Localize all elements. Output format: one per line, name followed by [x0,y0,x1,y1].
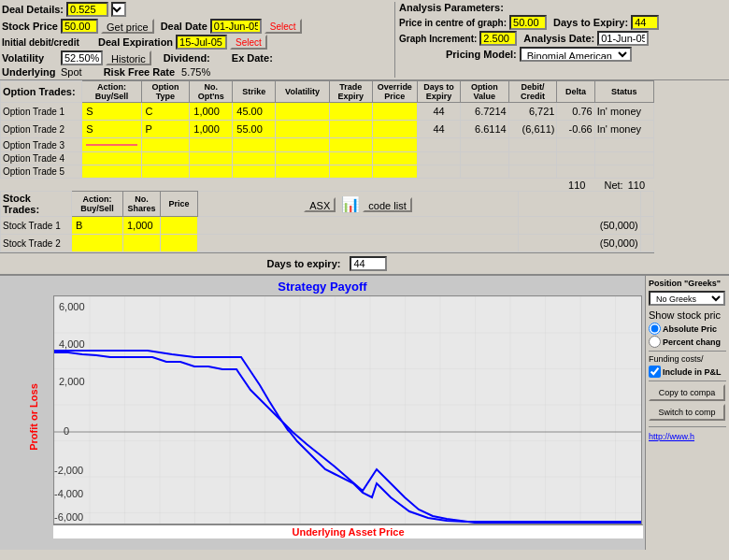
ot4-vol[interactable] [276,152,329,165]
get-price-button[interactable]: Get price [101,19,154,34]
svg-rect-0 [54,296,642,524]
st1-shares[interactable] [123,217,161,235]
ot1-action[interactable] [82,103,141,121]
select2-button[interactable]: Select [230,35,267,50]
ot5-vol[interactable] [276,165,329,179]
deal-value-input[interactable]: 0.525 [66,2,108,17]
ot1-strike[interactable] [233,103,276,121]
ot3-delta [557,138,594,152]
ot1-vol[interactable] [276,103,329,121]
volatility-input[interactable]: 52.50% [61,50,103,65]
st-dc-header [518,192,640,217]
st1-name: Stock Trade 1 [1,217,72,235]
ot5-type[interactable] [141,165,190,179]
ot1-name: Option Trade 1 [1,103,82,121]
st2-name: Stock Trade 2 [1,235,72,252]
col-trade-exp: Trade Expiry [329,81,372,103]
ot2-opts[interactable] [190,121,233,138]
ot3-val [461,138,509,152]
ot2-action[interactable] [82,121,141,138]
ot1-override[interactable] [372,103,417,121]
ot5-opts[interactable] [190,165,233,179]
ot2-override[interactable] [372,121,417,138]
chart-title: Strategy Payoff [2,278,643,295]
net-label: Net: [604,179,622,191]
st1-action[interactable] [72,217,123,235]
stock-trade-row-1: Stock Trade 1 (50,000) [1,217,654,235]
deal-expiration-input[interactable]: 15-Jul-05 [176,35,227,50]
ot5-delta [557,165,594,179]
analysis-date-input[interactable]: 01-Jun-05 [597,31,649,46]
ot4-delta [557,152,594,165]
graph-increment-input[interactable]: 2.500 [479,31,517,46]
price-centre-input[interactable]: 50.00 [509,15,547,30]
deal-date-input[interactable]: 01-Jun-05 [210,19,262,34]
ot4-exp[interactable] [329,152,372,165]
ot3-type[interactable] [141,138,190,152]
greeks-select[interactable]: No Greeks [649,291,725,306]
ot4-opts[interactable] [190,152,233,165]
svg-text:2,000: 2,000 [59,376,85,387]
switch-button[interactable]: Switch to comp [649,404,725,421]
ot4-override[interactable] [372,152,417,165]
code-list-button[interactable]: code list [363,197,411,212]
ot2-vol[interactable] [276,121,329,138]
ot5-exp[interactable] [329,165,372,179]
st2-shares[interactable] [123,235,161,252]
st2-action[interactable] [72,235,123,252]
volatility-label: Volatility [2,52,58,64]
ot3-strike[interactable] [233,138,276,152]
ot1-exp[interactable] [329,103,372,121]
asx-button[interactable]: ASX [304,197,336,212]
ot4-status [594,152,653,165]
percent-radio[interactable] [649,336,661,348]
svg-text:0: 0 [64,425,69,437]
ot5-override[interactable] [372,165,417,179]
ot4-type[interactable] [141,152,190,165]
ot2-exp[interactable] [329,121,372,138]
absolute-radio[interactable] [649,323,661,335]
ot4-strike[interactable] [233,152,276,165]
option-trade-row-3: Option Trade 3 [1,138,654,152]
ot2-days: 44 [418,121,461,138]
copy-button[interactable]: Copy to compa [649,384,725,401]
net-value2: 110 [628,179,645,191]
include-checkbox[interactable] [649,366,661,378]
ot2-dc: (6,611) [508,121,557,138]
ot1-opts[interactable] [190,103,233,121]
st2-price[interactable] [161,235,198,252]
ot3-days [418,138,461,152]
st2-dc: (50,000) [518,235,640,252]
deal-details-label: Deal Details: [2,4,64,15]
analysis-date-label: Analysis Date: [523,33,594,44]
days-bar-input[interactable]: 44 [350,256,387,271]
ot4-action[interactable] [82,152,141,165]
select1-button[interactable]: Select [264,19,302,34]
risk-free-label: Risk Free Rate [104,66,175,78]
pricing-model-label: Pricing Model: [446,49,517,60]
ot3-exp[interactable] [329,138,372,152]
ot1-type[interactable] [141,103,190,121]
ot3-name: Option Trade 3 [1,138,82,152]
st1-dc: (50,000) [518,217,640,235]
ot3-override[interactable] [372,138,417,152]
historic-button[interactable]: Historic [106,50,151,65]
days-expiry-input[interactable]: 44 [631,15,659,30]
ot2-strike[interactable] [233,121,276,138]
stock-price-input[interactable]: 50.00 [61,19,98,34]
ot5-strike[interactable] [233,165,276,179]
ot3-opts[interactable] [190,138,233,152]
st1-price[interactable] [161,217,198,235]
ot2-type[interactable] [141,121,190,138]
ot4-name: Option Trade 4 [1,152,82,165]
ot5-action[interactable] [82,165,141,179]
absolute-label: Absolute Pric [663,324,717,334]
ot3-vol[interactable] [276,138,329,152]
col-vol: Volatility [276,81,329,103]
deal-dropdown[interactable] [111,2,126,17]
pricing-model-select[interactable]: Binomial American [520,47,632,62]
website-link[interactable]: http://www.h [649,432,694,441]
ot3-action[interactable] [82,138,141,152]
col-opts: No. Opt'ns [190,81,233,103]
col-status: Status [594,81,653,103]
